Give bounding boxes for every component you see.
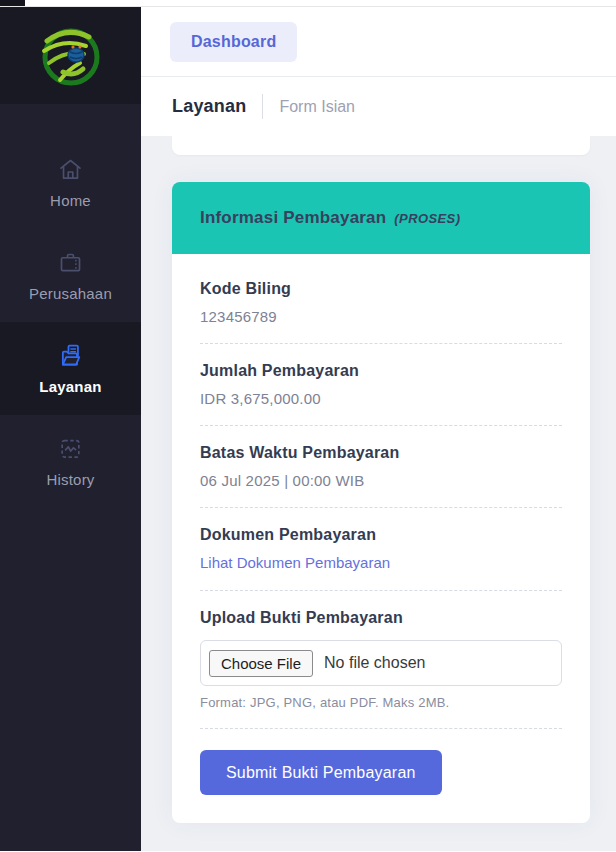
- page-toolbar: Layanan Form Isian: [141, 77, 616, 136]
- calendar-history-icon: [57, 435, 84, 462]
- choose-file-button[interactable]: Choose File: [209, 650, 313, 677]
- page-title: Layanan: [172, 96, 246, 117]
- breadcrumb: Form Isian: [279, 98, 355, 116]
- app-window: Home Perusahaan Layanan: [0, 7, 616, 851]
- field-label: Upload Bukti Pembayaran: [200, 609, 562, 627]
- field-value: 123456789: [200, 308, 562, 325]
- field-label: Kode Biling: [200, 280, 562, 298]
- leafhopper-logo-icon: [35, 20, 107, 92]
- briefcase-icon: [57, 249, 84, 276]
- file-status-text: No file chosen: [324, 654, 425, 672]
- submit-bukti-pembayaran-button[interactable]: Submit Bukti Pembayaran: [200, 750, 442, 795]
- home-icon: [57, 156, 84, 183]
- field-label: Batas Waktu Pembayaran: [200, 444, 562, 462]
- status-badge: (PROSES): [394, 211, 460, 226]
- file-input[interactable]: Choose File No file chosen: [200, 640, 562, 686]
- top-strip: [0, 0, 616, 7]
- dashboard-button[interactable]: Dashboard: [170, 22, 297, 62]
- field-kode-biling: Kode Biling 123456789: [200, 280, 562, 344]
- view-payment-document-link[interactable]: Lihat Dokumen Pembayaran: [200, 554, 390, 571]
- field-value: IDR 3,675,000.00: [200, 390, 562, 407]
- sidebar-item-label: Layanan: [39, 378, 101, 395]
- toolbar-separator: [262, 94, 263, 119]
- sidebar-item-layanan[interactable]: Layanan: [0, 322, 141, 415]
- payment-card-header: Informasi Pembayaran (PROSES): [172, 182, 590, 254]
- folder-icon: [57, 342, 84, 369]
- file-format-hint: Format: JPG, PNG, atau PDF. Maks 2MB.: [200, 695, 562, 710]
- content-scroll-area: Informasi Pembayaran (PROSES) Kode Bilin…: [141, 136, 616, 851]
- sidebar-item-label: Home: [50, 192, 91, 209]
- field-batas-waktu: Batas Waktu Pembayaran 06 Jul 2025 | 00:…: [200, 426, 562, 508]
- payment-card-body: Kode Biling 123456789 Jumlah Pembayaran …: [172, 254, 590, 823]
- sidebar: Home Perusahaan Layanan: [0, 7, 141, 851]
- brand-logo-area: [0, 7, 141, 104]
- main-area: Dashboard Layanan Form Isian Informasi P…: [141, 7, 616, 851]
- sidebar-item-perusahaan[interactable]: Perusahaan: [0, 229, 141, 322]
- field-value: 06 Jul 2025 | 00:00 WIB: [200, 472, 562, 489]
- field-jumlah-pembayaran: Jumlah Pembayaran IDR 3,675,000.00: [200, 344, 562, 426]
- field-upload-bukti: Upload Bukti Pembayaran Choose File No f…: [200, 591, 562, 729]
- field-dokumen-pembayaran: Dokumen Pembayaran Lihat Dokumen Pembaya…: [200, 508, 562, 591]
- sidebar-item-label: History: [46, 471, 94, 488]
- sidebar-item-home[interactable]: Home: [0, 136, 141, 229]
- card-title: Informasi Pembayaran: [200, 208, 386, 228]
- payment-info-card: Informasi Pembayaran (PROSES) Kode Bilin…: [172, 182, 590, 823]
- field-label: Jumlah Pembayaran: [200, 362, 562, 380]
- previous-card-bottom: [172, 136, 590, 155]
- top-notch: [0, 0, 25, 6]
- sidebar-item-history[interactable]: History: [0, 415, 141, 508]
- field-label: Dokumen Pembayaran: [200, 526, 562, 544]
- sidebar-nav: Home Perusahaan Layanan: [0, 136, 141, 508]
- top-header: Dashboard: [141, 7, 616, 77]
- sidebar-item-label: Perusahaan: [29, 285, 112, 302]
- submit-row: Submit Bukti Pembayaran: [200, 729, 562, 795]
